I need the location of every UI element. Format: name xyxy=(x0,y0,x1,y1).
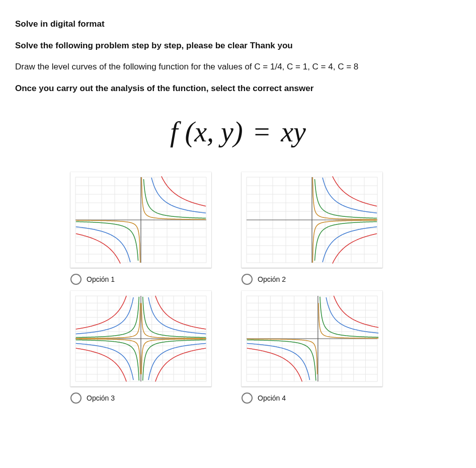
instruction-1: Solve in digital format xyxy=(15,18,461,31)
option-1-label: Opción 1 xyxy=(87,274,115,285)
graph-option-3 xyxy=(70,291,211,386)
formula-rhs: xy xyxy=(281,116,306,147)
option-3[interactable]: Opción 3 xyxy=(70,393,211,404)
options-grid: Opción 1 Opción 2 Opción 3 xyxy=(70,172,403,404)
option-2-label: Opción 2 xyxy=(258,274,286,285)
radio-icon xyxy=(242,274,253,285)
radio-icon xyxy=(242,393,253,404)
equals-sign: = xyxy=(254,116,270,147)
instruction-3: Once you carry out the analysis of the f… xyxy=(15,82,461,95)
option-2[interactable]: Opción 2 xyxy=(242,274,382,285)
instruction-2: Solve the following problem step by step… xyxy=(15,39,461,52)
radio-icon xyxy=(70,393,82,404)
graph-option-1 xyxy=(70,172,211,268)
problem-statement: Draw the level curves of the following f… xyxy=(15,60,461,73)
radio-icon xyxy=(70,274,82,285)
option-3-label: Opción 3 xyxy=(87,393,115,404)
option-4-label: Opción 4 xyxy=(258,393,286,404)
option-4[interactable]: Opción 4 xyxy=(242,393,382,404)
graph-option-4 xyxy=(242,291,382,386)
function-formula: f (x, y) = xy xyxy=(15,111,461,153)
option-1[interactable]: Opción 1 xyxy=(70,274,211,285)
graph-option-2 xyxy=(242,172,382,268)
formula-lhs: f (x, y) xyxy=(170,116,243,147)
